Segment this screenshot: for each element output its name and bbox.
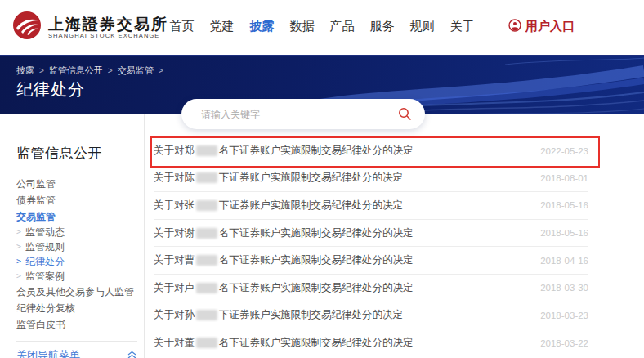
decision-title-suffix: 名下证券账户实施限制交易纪律处分的决定 [219,144,414,158]
decision-title: 关于对陈下证券账户实施限制交易纪律处分的决定 [154,171,403,185]
sidebar-item-label: 监管动态 [25,225,65,239]
sidebar-item-5[interactable]: >监管规则 [16,239,139,254]
decision-date: 2022-05-23 [540,146,588,156]
decision-title: 关于对郑名下证券账户实施限制交易纪律处分的决定 [154,144,414,158]
decision-title-prefix: 关于对郑 [154,144,195,158]
decision-date: 2018-03-22 [540,338,588,348]
decision-row-8[interactable]: 关于对董名下证券账户实施限制交易纪律处分的决定2018-03-22 [154,329,588,357]
search-button[interactable] [398,107,412,121]
user-entry-label: 用户入口 [525,19,575,34]
decision-date: 2018-03-30 [540,283,588,293]
redacted-name [196,172,217,183]
nav-item-7[interactable]: 规则 [409,19,435,34]
sidebar-item-label: 监管规则 [25,239,65,254]
sidebar-item-2[interactable]: 债券监管 [16,192,139,208]
sidebar-item-label: 纪律处分 [25,254,65,269]
decision-title-prefix: 关于对董 [154,336,195,350]
sidebar-item-10[interactable]: 监管白皮书 [16,316,139,333]
nav-item-8[interactable]: 关于 [449,19,475,34]
user-icon [508,19,521,34]
decision-title: 关于对谢名下证券账户实施限制交易纪律处分的决定 [154,226,414,240]
double-chevron-up-icon [127,348,137,358]
collapse-nav-toggle[interactable]: 关闭导航菜单 [16,348,137,358]
chevron-right-icon: > [16,254,21,269]
breadcrumb-separator: > [159,66,163,75]
decision-date: 2018-05-16 [540,200,588,210]
sidebar-item-6[interactable]: >纪律处分 [16,254,139,269]
decision-date: 2018-08-01 [540,173,588,183]
decision-title-suffix: 名下证券账户实施限制交易纪律处分的决定 [219,336,414,350]
decision-title-suffix: 下证券账户实施限制交易纪律处分的决定 [219,308,403,322]
redacted-name [196,283,217,293]
logo-cn-name: 上海證券交易所 [48,16,168,32]
sse-logo-icon [11,10,42,44]
main-nav: 首页党建披露数据产品服务规则关于 [169,0,475,53]
sidebar-divider [144,114,145,358]
decision-date: 2018-05-16 [540,228,588,238]
breadcrumb-item-1[interactable]: 披露 [16,65,34,77]
search-icon [398,107,412,121]
decision-title-prefix: 关于对卢 [154,281,195,295]
redacted-name [196,338,217,348]
decision-row-3[interactable]: 关于对张下证券账户实施限制交易纪律处分的决定2018-05-16 [154,192,588,220]
decision-title-prefix: 关于对谢 [154,226,195,240]
sidebar: 监管信息公开 公司监管债券监管交易监管>监管动态>监管规则>纪律处分>监管案例会… [16,144,139,358]
nav-item-3[interactable]: 披露 [249,19,275,34]
sidebar-item-8[interactable]: 会员及其他交易参与人监管 [16,284,139,300]
sse-logo-text: 上海證券交易所 SHANGHAI STOCK EXCHANGE [48,16,168,39]
decision-row-7[interactable]: 关于对孙下证券账户实施限制交易纪律处分的决定2018-03-23 [154,302,588,330]
breadcrumb-separator: > [108,66,113,75]
redacted-name [196,255,217,266]
breadcrumb-item-2[interactable]: 监管信息公开 [49,65,103,77]
decision-date: 2018-04-16 [540,256,588,266]
search-input[interactable] [201,109,398,120]
chevron-right-icon: > [16,239,21,254]
decision-title-prefix: 关于对张 [154,199,195,213]
sidebar-item-9[interactable]: 纪律处分复核 [16,300,139,316]
decision-title-suffix: 下证券账户实施限制交易纪律处分的决定 [219,199,403,213]
sidebar-item-label: 公司监管 [16,176,56,192]
sidebar-menu: 公司监管债券监管交易监管>监管动态>监管规则>纪律处分>监管案例会员及其他交易参… [16,176,139,333]
breadcrumb: 披露>监管信息公开>交易监管> [16,65,163,77]
nav-item-4[interactable]: 数据 [289,19,315,34]
decision-row-5[interactable]: 关于对曹名下证券账户实施限制交易纪律处分的决定2018-04-16 [154,247,588,275]
decision-row-4[interactable]: 关于对谢名下证券账户实施限制交易纪律处分的决定2018-05-16 [154,220,588,248]
sidebar-heading: 监管信息公开 [16,144,139,163]
breadcrumb-item-3[interactable]: 交易监管 [118,65,154,77]
nav-item-6[interactable]: 服务 [369,19,395,34]
nav-item-1[interactable]: 首页 [169,19,195,34]
nav-item-5[interactable]: 产品 [329,19,355,34]
redacted-name [196,145,217,156]
page-title: 纪律处分 [16,78,85,101]
chevron-right-icon: > [16,225,21,239]
sidebar-item-label: 监管白皮书 [16,316,65,333]
redacted-name [196,200,217,211]
sidebar-item-label: 债券监管 [16,192,56,208]
user-entry-button[interactable]: 用户入口 [508,0,575,53]
site-header: 上海證券交易所 SHANGHAI STOCK EXCHANGE 首页党建披露数据… [0,0,644,55]
collapse-nav-label: 关闭导航菜单 [16,348,80,358]
decision-title: 关于对张下证券账户实施限制交易纪律处分的决定 [154,199,403,213]
sidebar-item-label: 交易监管 [16,208,56,225]
decision-row-6[interactable]: 关于对卢名下证券账户实施限制交易纪律处分的决定2018-03-30 [154,275,588,302]
breadcrumb-separator: > [39,66,44,75]
sse-logo[interactable]: 上海證券交易所 SHANGHAI STOCK EXCHANGE [11,10,168,44]
sidebar-item-4[interactable]: >监管动态 [16,225,139,239]
decision-title: 关于对曹名下证券账户实施限制交易纪律处分的决定 [154,253,414,267]
sidebar-item-1[interactable]: 公司监管 [16,176,139,192]
decision-title-suffix: 名下证券账户实施限制交易纪律处分的决定 [219,281,414,295]
decision-row-1[interactable]: 关于对郑名下证券账户实施限制交易纪律处分的决定2022-05-23 [154,137,588,165]
sidebar-item-label: 纪律处分复核 [16,300,75,316]
decision-title-prefix: 关于对孙 [154,308,195,322]
search-bar [181,99,425,129]
decision-row-2[interactable]: 关于对陈下证券账户实施限制交易纪律处分的决定2018-08-01 [154,165,588,193]
sidebar-item-7[interactable]: >监管案例 [16,269,139,284]
sidebar-item-3[interactable]: 交易监管 [16,208,139,225]
decision-date: 2018-03-23 [540,311,588,320]
sidebar-item-label: 会员及其他交易参与人监管 [16,284,134,300]
decision-title-suffix: 名下证券账户实施限制交易纪律处分的决定 [219,253,414,267]
sse-disciplinary-page: 上海證券交易所 SHANGHAI STOCK EXCHANGE 首页党建披露数据… [0,0,644,358]
sidebar-separator [16,341,137,342]
disciplinary-decisions-list: 关于对郑名下证券账户实施限制交易纪律处分的决定2022-05-23关于对陈下证券… [154,137,588,357]
nav-item-2[interactable]: 党建 [209,19,235,34]
